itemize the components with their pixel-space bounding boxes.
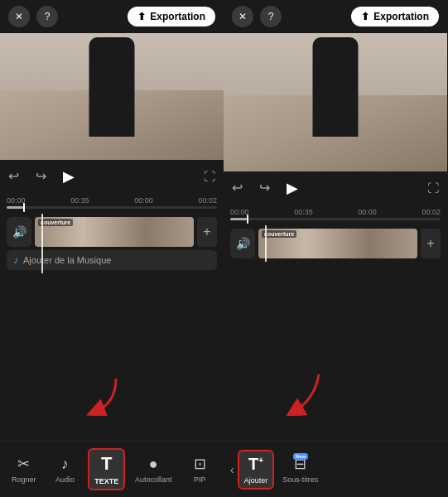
right-add-clip-button[interactable]: + (421, 229, 441, 258)
timeline-progress (7, 206, 23, 209)
right-total-time: 00:35 (294, 208, 313, 216)
undo-button[interactable]: ↩ (7, 166, 21, 186)
tool-sous-titres-label: Sous-titres (282, 475, 318, 484)
right-tools-container: T+ Ajouter ⊟ New Sous-titres (238, 450, 444, 490)
right-fullscreen-button[interactable]: ⛶ (426, 180, 441, 196)
right-panel: ✕ ? ⬆ Exportation ↩ ↪ ▶ ⛶ 00:00 00:35 00… (224, 0, 447, 497)
timeline-bar[interactable] (7, 206, 217, 209)
right-current-time: 00:00 (230, 208, 249, 216)
right-topbar: ✕ ? ⬆ Exportation (224, 0, 447, 33)
right-close-button[interactable]: ✕ (232, 6, 253, 27)
music-bar[interactable]: ♪ Ajouter de la Musique (7, 250, 217, 270)
right-clips-cursor-line (265, 225, 267, 262)
tool-texte[interactable]: T TEXTE (88, 448, 125, 490)
text-tool-icon: T (101, 453, 112, 475)
right-video-preview (224, 33, 447, 171)
right-arrow-svg (269, 370, 352, 416)
subtitles-icon: ⊟ New (294, 455, 306, 473)
close-button[interactable]: ✕ (8, 6, 30, 27)
add-text-icon: T+ (248, 455, 263, 474)
right-redo-button[interactable]: ↪ (258, 178, 272, 197)
right-export-label: Exportation (373, 11, 429, 22)
right-export-icon: ⬆ (361, 11, 369, 22)
room-figure (89, 37, 135, 137)
left-panel: ✕ ? ⬆ Exportation ↩ ↪ ▶ ⛶ 00:00 00:35 00… (0, 0, 224, 497)
left-timeline: 00:00 00:35 00:00 00:02 (0, 193, 224, 214)
tool-autocollant-label: Autocollant (135, 475, 172, 484)
tool-pip[interactable]: ⊡ PIP (181, 451, 218, 487)
right-controls-bar: ↩ ↪ ▶ ⛶ (224, 171, 447, 205)
right-video-content (224, 33, 447, 171)
left-video-preview (0, 33, 224, 160)
left-controls-bar: ↩ ↪ ▶ ⛶ (0, 160, 224, 193)
clip-label: couverture (38, 219, 73, 226)
left-video-content (0, 33, 224, 160)
scissors-icon: ✂ (17, 455, 30, 473)
right-audio-icon: 🔊 (236, 237, 250, 250)
current-time: 00:00 (7, 196, 26, 205)
tool-rogner-label: Rogner (12, 475, 36, 484)
right-timeline: 00:00 00:35 00:00 00:02 (224, 205, 447, 225)
right-play-button[interactable]: ▶ (285, 177, 300, 199)
left-clips-container: 🔊 couverture + ♪ Ajouter de la Musique (0, 214, 224, 273)
right-audio-clip[interactable]: 🔊 (230, 229, 255, 258)
tool-ajouter[interactable]: T+ Ajouter (238, 450, 275, 490)
audio-icon: 🔊 (12, 225, 26, 239)
right-topbar-left: ✕ ? (232, 6, 282, 27)
play-button[interactable]: ▶ (61, 166, 76, 187)
right-timeline-numbers: 00:00 00:35 00:00 00:02 (230, 208, 441, 216)
left-bottom-toolbar: ✂ Rogner ♪ Audio T TEXTE ● Autocollant ⊡… (0, 441, 224, 497)
tool-audio[interactable]: ♪ Audio (47, 452, 84, 487)
left-arrow-svg (66, 374, 149, 416)
video-clip[interactable]: couverture (35, 217, 194, 247)
right-undo-button[interactable]: ↩ (230, 178, 244, 197)
tool-ajouter-label: Ajouter (244, 476, 268, 485)
right-marker2: 00:02 (422, 208, 441, 216)
right-timeline-bar[interactable] (230, 218, 441, 220)
audio-tool-icon: ♪ (61, 456, 69, 473)
help-button[interactable]: ? (36, 6, 58, 27)
tool-autocollant[interactable]: ● Autocollant (130, 452, 177, 487)
marker2: 00:02 (198, 196, 217, 205)
right-timeline-progress (230, 218, 247, 220)
music-note-icon: ♪ (13, 254, 18, 266)
tool-sous-titres[interactable]: ⊟ New Sous-titres (277, 451, 323, 487)
fullscreen-button[interactable]: ⛶ (202, 168, 217, 185)
left-topbar: ✕ ? ⬆ Exportation (0, 0, 224, 33)
right-video-clip[interactable]: couverture (258, 229, 417, 258)
redo-button[interactable]: ↪ (34, 166, 48, 186)
right-help-button[interactable]: ? (260, 6, 282, 27)
timeline-cursor (23, 203, 25, 212)
left-topbar-left: ✕ ? (8, 6, 58, 27)
right-marker1: 00:00 (358, 208, 377, 216)
total-time: 00:35 (70, 196, 89, 205)
tool-texte-label: TEXTE (94, 477, 118, 485)
right-clips-row: 🔊 couverture + (224, 225, 447, 262)
audio-clip[interactable]: 🔊 (7, 217, 31, 247)
marker1: 00:00 (134, 196, 153, 205)
tool-audio-label: Audio (55, 475, 75, 484)
export-button[interactable]: ⬆ Exportation (128, 7, 215, 27)
right-bottom-toolbar: ‹ T+ Ajouter ⊟ New Sous-titres (224, 441, 447, 497)
left-arrow-area (0, 399, 224, 441)
tool-pip-label: PIP (194, 475, 206, 484)
right-clips-container: 🔊 couverture + (224, 225, 447, 262)
right-export-button[interactable]: ⬆ Exportation (351, 7, 439, 27)
new-badge: New (293, 453, 308, 460)
timeline-numbers: 00:00 00:35 00:00 00:02 (7, 196, 217, 205)
tool-rogner[interactable]: ✂ Rogner (6, 451, 42, 487)
music-label: Ajouter de la Musique (23, 255, 210, 265)
right-timeline-cursor (247, 215, 248, 224)
pip-icon: ⊡ (194, 455, 206, 473)
chevron-left-icon[interactable]: ‹ (227, 463, 238, 476)
add-clip-button[interactable]: + (197, 217, 217, 247)
export-icon: ⬆ (137, 11, 146, 22)
export-label: Exportation (150, 11, 205, 22)
sticker-icon: ● (149, 456, 158, 473)
clips-cursor-line (41, 214, 43, 273)
right-clip-label: couverture (262, 230, 296, 238)
left-clips-row: 🔊 couverture + (0, 214, 224, 250)
right-room-figure (313, 37, 359, 137)
right-arrow-area (224, 399, 447, 441)
